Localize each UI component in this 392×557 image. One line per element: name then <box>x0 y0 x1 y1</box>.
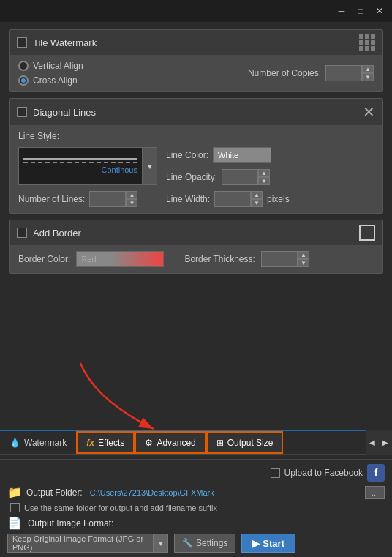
opacity-arrows: ▲ ▼ <box>258 169 270 185</box>
start-button[interactable]: ▶ Start <box>241 534 295 553</box>
tile-dot-5 <box>365 40 369 45</box>
thickness-input[interactable] <box>261 251 298 267</box>
tab-output-size[interactable]: ⊞ Output Size <box>206 431 284 454</box>
fb-label: Upload to Facebook <box>284 468 363 478</box>
same-folder-label: Use the same folder for output and add f… <box>24 504 217 512</box>
folder-icon: 📁 <box>7 485 22 499</box>
tab-watermark[interactable]: 💧 Watermark <box>0 431 76 454</box>
diagonal-lines-checkbox[interactable] <box>17 107 27 117</box>
pixels-label: pixels <box>267 194 290 204</box>
output-folder-row: 📁 Output Folder: C:\Users\27213\Desktop\… <box>7 485 385 499</box>
tab-prev-button[interactable]: ◀ <box>366 430 379 455</box>
border-color-row: Border Color: Red Border Thickness: ▲ ▼ <box>18 251 374 267</box>
line-color-preview[interactable]: White <box>213 147 271 163</box>
facebook-icon: f <box>367 464 385 482</box>
close-button[interactable]: ✕ <box>373 4 386 18</box>
copies-label: Number of Copies: <box>248 68 321 78</box>
line-style-label: Line Style: <box>18 131 59 141</box>
diagonal-lines-title: Diagonal Lines <box>33 107 96 118</box>
add-border-checkbox[interactable] <box>17 228 27 238</box>
same-folder-checkbox[interactable] <box>10 503 20 512</box>
browse-button[interactable]: ... <box>365 486 385 499</box>
vertical-align-radio-btn[interactable] <box>18 61 29 71</box>
add-border-header: Add Border <box>10 220 382 245</box>
settings-button[interactable]: 🔧 Settings <box>174 534 235 553</box>
settings-icon: 🔧 <box>182 538 193 548</box>
main-content: Tile Watermark Vertical Align <box>0 22 392 280</box>
width-arrows: ▲ ▼ <box>251 191 263 207</box>
folder-path: C:\Users\27213\Desktop\GFXMark <box>87 487 217 498</box>
copies-spin[interactable]: ▲ ▼ <box>325 65 374 81</box>
num-lines-up[interactable]: ▲ <box>126 191 137 199</box>
diagonal-lines-panel: Diagonal Lines ✕ Line Style: Continous ▼ <box>9 98 383 214</box>
num-lines-arrows: ▲ ▼ <box>126 191 137 207</box>
tile-dot-7 <box>359 46 363 51</box>
format-dropdown-arrow[interactable]: ▼ <box>154 534 168 553</box>
dropdown-line2 <box>23 162 137 163</box>
diagonal-lines-header: Diagonal Lines ✕ <box>10 99 382 125</box>
border-color-preview[interactable]: Red <box>76 251 164 267</box>
format-dropdown[interactable]: Keep Original Image Format (JPG or PNG) … <box>7 534 168 553</box>
tile-watermark-body: Vertical Align Cross Align Number of Cop… <box>10 55 382 91</box>
maximize-button[interactable]: □ <box>354 4 367 18</box>
line-right-options: Line Color: White Line Opacity: ▲ ▼ <box>166 147 290 207</box>
minimize-button[interactable]: ─ <box>335 4 348 18</box>
start-icon: ▶ <box>252 538 260 549</box>
line-opacity-row: Line Opacity: ▲ ▼ <box>166 169 290 185</box>
num-lines-spin[interactable]: ▲ ▼ <box>89 191 137 207</box>
effects-tab-icon: fx <box>86 438 94 448</box>
border-body: Border Color: Red Border Thickness: ▲ ▼ <box>10 245 382 273</box>
format-row: 📄 Output Image Format: <box>7 516 385 530</box>
copies-input[interactable] <box>325 65 362 81</box>
tab-advanced[interactable]: ⚙ Advanced <box>135 431 206 454</box>
num-lines-label: Number of Lines: <box>18 194 85 204</box>
copies-down[interactable]: ▼ <box>362 73 374 81</box>
format-label: Output Image Format: <box>28 518 113 528</box>
diagonal-x-icon: ✕ <box>363 103 375 121</box>
line-color-label: Line Color: <box>166 150 208 160</box>
output-size-tab-icon: ⊞ <box>216 438 224 448</box>
border-color-value: Red <box>81 255 96 263</box>
opacity-spin[interactable]: ▲ ▼ <box>222 169 270 185</box>
num-lines-down[interactable]: ▼ <box>126 199 137 207</box>
border-square-icon <box>359 225 375 241</box>
tab-effects[interactable]: fx Effects <box>76 431 135 454</box>
tile-watermark-icon <box>359 34 375 51</box>
tab-next-button[interactable]: ▶ <box>379 430 392 455</box>
width-spin[interactable]: ▲ ▼ <box>214 191 263 207</box>
add-border-panel: Add Border Border Color: Red Border Thic… <box>9 220 383 274</box>
line-dropdown-container: Continous ▼ Number of Lines: ▲ ▼ <box>18 147 157 207</box>
border-thickness-label: Border Thickness: <box>184 254 255 264</box>
format-icon: 📄 <box>7 516 22 530</box>
copies-up[interactable]: ▲ <box>362 65 374 73</box>
tile-dot-8 <box>365 46 369 51</box>
tile-watermark-checkbox[interactable] <box>17 37 27 48</box>
tab-bar: 💧 Watermark fx Effects ⚙ Advanced ⊞ Outp… <box>0 430 392 455</box>
opacity-input[interactable] <box>222 169 258 185</box>
opacity-down[interactable]: ▼ <box>258 177 270 185</box>
format-box[interactable]: Keep Original Image Format (JPG or PNG) <box>7 534 154 553</box>
vertical-align-radio[interactable]: Vertical Align <box>18 61 83 71</box>
opacity-up[interactable]: ▲ <box>258 169 270 177</box>
tile-dot-4 <box>359 40 363 45</box>
format-controls: Keep Original Image Format (JPG or PNG) … <box>7 534 385 553</box>
line-color-row: Line Color: White <box>166 147 290 163</box>
num-lines-input[interactable] <box>89 191 126 207</box>
thickness-down[interactable]: ▼ <box>298 259 309 267</box>
fb-checkbox[interactable] <box>271 468 280 478</box>
thickness-spin[interactable]: ▲ ▼ <box>261 251 309 267</box>
width-down[interactable]: ▼ <box>251 199 263 207</box>
cross-align-label: Cross Align <box>33 75 78 86</box>
diagonal-lines-header-left: Diagonal Lines <box>17 107 96 118</box>
cross-align-radio-btn[interactable] <box>18 75 29 86</box>
width-input[interactable] <box>214 191 251 207</box>
dropdown-box[interactable]: Continous <box>18 147 143 185</box>
line-dropdown[interactable]: Continous ▼ <box>18 147 157 185</box>
cross-align-radio[interactable]: Cross Align <box>18 75 83 86</box>
dropdown-arrow[interactable]: ▼ <box>143 147 157 185</box>
thickness-up[interactable]: ▲ <box>298 251 309 259</box>
width-up[interactable]: ▲ <box>251 191 263 199</box>
border-color-label: Border Color: <box>18 254 70 264</box>
add-border-title: Add Border <box>33 228 81 239</box>
same-folder-row: Use the same folder for output and add f… <box>7 503 385 512</box>
